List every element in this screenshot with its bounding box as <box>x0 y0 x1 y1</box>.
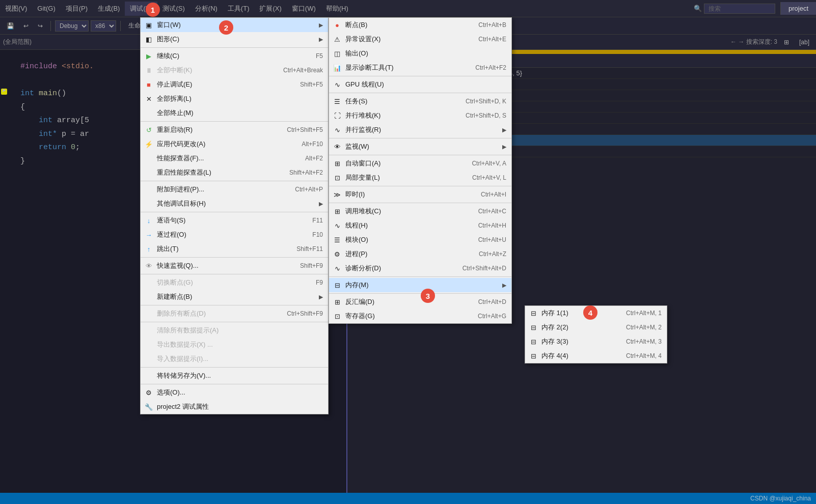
debug-menu: ▣ 窗口(W) ▶ ◧ 图形(C) ▶ ▶ 继续(C) F5 ⏸ 全部中断(K)… <box>140 17 329 414</box>
memory-3-icon: ⊟ <box>528 338 538 346</box>
immediate-icon: ≫ <box>332 191 342 199</box>
menu-item-debug-props[interactable]: 🔧 project2 调试属性 <box>141 400 328 414</box>
window-sub-process[interactable]: ⚙ 进程(P) Ctrl+Alt+Z <box>329 247 511 261</box>
window-sub-diag-analysis[interactable]: ∿ 诊断分析(D) Ctrl+Shift+Alt+D <box>329 261 511 275</box>
menu-item-step-out[interactable]: ↑ 跳出(T) Shift+F11 <box>141 242 328 256</box>
menu-item-break-all: ⏸ 全部中断(K) Ctrl+Alt+Break <box>141 63 328 77</box>
memory-sub-4[interactable]: ⊟ 内存 4(4) Ctrl+Alt+M, 4 <box>525 349 667 363</box>
separator-2 <box>141 121 328 122</box>
separator-6 <box>141 274 328 274</box>
window-sub-registers[interactable]: ⊡ 寄存器(G) Ctrl+Alt+G <box>329 309 511 323</box>
menu-item-stop[interactable]: ■ 停止调试(E) Shift+F5 <box>141 77 328 92</box>
separator-5 <box>141 257 328 258</box>
separator-7 <box>141 305 328 305</box>
registers-icon: ⊡ <box>332 313 342 320</box>
parallel-watch-icon: ∿ <box>332 126 342 134</box>
menu-item-restart[interactable]: ↺ 重新启动(R) Ctrl+Shift+F5 <box>141 123 328 137</box>
memory-4-icon: ⊟ <box>528 352 538 360</box>
separator-3 <box>141 181 328 181</box>
window-sub-gpu[interactable]: ∿ GPU 线程(U) <box>329 77 511 92</box>
win-sep-7 <box>329 276 511 277</box>
submenu-arrow-graphics: ▶ <box>319 36 323 43</box>
exception-icon: ⚠ <box>332 36 342 43</box>
menu-item-step-over[interactable]: → 逐过程(O) F10 <box>141 228 328 242</box>
menu-item-quick-watch[interactable]: 👁 快速监视(Q)... Shift+F9 <box>141 259 328 273</box>
window-sub-disasm[interactable]: ⊞ 反汇编(D) Ctrl+Alt+D <box>329 295 511 309</box>
other-arrow: ▶ <box>319 201 323 207</box>
menu-item-options[interactable]: ⚙ 选项(O)... <box>141 385 328 400</box>
window-sub-watch[interactable]: 👁 监视(W) ▶ <box>329 139 511 154</box>
menu-item-save-dump[interactable]: 将转储另存为(V)... <box>141 369 328 383</box>
parallel-stack-icon: ⛶ <box>332 112 342 120</box>
process-icon: ⚙ <box>332 250 342 258</box>
menu-item-export-tips: 导出数据提示(X) ... <box>141 338 328 352</box>
win-sep-6 <box>329 203 511 203</box>
menu-item-new-bp[interactable]: 新建断点(B) ▶ <box>141 290 328 304</box>
menu-item-terminate[interactable]: 全部终止(M) <box>141 106 328 120</box>
memory-sub-3[interactable]: ⊟ 内存 3(3) Ctrl+Alt+M, 3 <box>525 334 667 349</box>
tasks-icon: ☰ <box>332 98 342 105</box>
diag-icon: 📊 <box>332 64 342 72</box>
memory-sub-2[interactable]: ⊟ 内存 2(2) Ctrl+Alt+M, 2 <box>525 320 667 334</box>
window-sub-immediate[interactable]: ≫ 即时(I) Ctrl+Alt+I <box>329 187 511 202</box>
window-sub-parallel-watch[interactable]: ∿ 并行监视(R) ▶ <box>329 123 511 137</box>
separator-1 <box>141 47 328 48</box>
step-over-icon: → <box>144 231 154 239</box>
window-sub-callstack[interactable]: ⊞ 调用堆栈(C) Ctrl+Alt+C <box>329 204 511 218</box>
menu-item-delete-bp: 删除所有断点(D) Ctrl+Shift+F9 <box>141 306 328 321</box>
window-sub-diag[interactable]: 📊 显示诊断工具(T) Ctrl+Alt+F2 <box>329 61 511 75</box>
restart-icon: ↺ <box>144 126 154 134</box>
window-sub-output[interactable]: ◫ 输出(O) <box>329 46 511 61</box>
window-sub-breakpoints[interactable]: ● 断点(B) Ctrl+Alt+B <box>329 18 511 32</box>
menu-item-perf[interactable]: 性能探查器(F)... Alt+F2 <box>141 151 328 165</box>
win-sep-1 <box>329 76 511 76</box>
win-sep-3 <box>329 138 511 138</box>
separator-9 <box>141 367 328 368</box>
window-sub-threads[interactable]: ∿ 线程(H) Ctrl+Alt+H <box>329 218 511 233</box>
menu-item-graphics[interactable]: ◧ 图形(C) ▶ <box>141 32 328 46</box>
watch-icon: 👁 <box>332 143 342 151</box>
step-out-icon: ↑ <box>144 245 154 253</box>
window-sub-parallel-stack[interactable]: ⛶ 并行堆栈(K) Ctrl+Shift+D, S <box>329 108 511 123</box>
badge-2: 2 <box>219 20 233 35</box>
menu-item-continue[interactable]: ▶ 继续(C) F5 <box>141 49 328 63</box>
menu-item-other-targets[interactable]: 其他调试目标(H) ▶ <box>141 197 328 211</box>
window-sub-auto[interactable]: ⊞ 自动窗口(A) Ctrl+Alt+V, A <box>329 156 511 171</box>
step-into-icon: ↓ <box>144 217 154 225</box>
play-icon: ▶ <box>144 52 154 60</box>
win-sep-4 <box>329 155 511 155</box>
window-sub-memory[interactable]: ⊟ 内存(M) ▶ <box>329 278 511 292</box>
menu-item-apply-code[interactable]: ⚡ 应用代码更改(A) Alt+F10 <box>141 137 328 151</box>
parallel-watch-arrow: ▶ <box>502 127 506 133</box>
memory-1-icon: ⊟ <box>528 310 538 317</box>
stop-icon: ■ <box>144 81 154 89</box>
code-icon: ⚡ <box>144 141 154 148</box>
modules-icon: ☰ <box>332 236 342 244</box>
memory-icon: ⊟ <box>332 282 342 289</box>
submenu-arrow: ▶ <box>319 22 323 29</box>
window-sub-modules[interactable]: ☰ 模块(O) Ctrl+Alt+U <box>329 233 511 247</box>
memory-arrow: ▶ <box>502 282 506 289</box>
separator-8 <box>141 322 328 322</box>
gear-icon: ⚙ <box>144 389 154 397</box>
graphics-icon: ◧ <box>144 36 154 43</box>
memory-2-icon: ⊟ <box>528 324 538 331</box>
badge-1: 1 <box>146 3 160 17</box>
win-sep-8 <box>329 293 511 294</box>
new-bp-arrow: ▶ <box>319 294 323 300</box>
window-submenu: ● 断点(B) Ctrl+Alt+B ⚠ 异常设置(X) Ctrl+Alt+E … <box>329 17 512 324</box>
menu-item-restart-perf[interactable]: 重启性能探查器(L) Shift+Alt+F2 <box>141 165 328 180</box>
threads-icon: ∿ <box>332 222 342 230</box>
separator-4 <box>141 212 328 212</box>
menu-item-detach[interactable]: ✕ 全部拆离(L) <box>141 92 328 106</box>
output-icon: ◫ <box>332 50 342 58</box>
menu-item-step-into[interactable]: ↓ 逐语句(S) F11 <box>141 213 328 228</box>
window-sub-tasks[interactable]: ☰ 任务(S) Ctrl+Shift+D, K <box>329 94 511 108</box>
auto-icon: ⊞ <box>332 160 342 167</box>
diag-analysis-icon: ∿ <box>332 265 342 272</box>
window-sub-locals[interactable]: ⊡ 局部变量(L) Ctrl+Alt+V, L <box>329 171 511 185</box>
menu-item-window[interactable]: ▣ 窗口(W) ▶ <box>141 18 328 32</box>
menu-item-attach[interactable]: 附加到进程(P)... Ctrl+Alt+P <box>141 182 328 197</box>
callstack-icon: ⊞ <box>332 208 342 215</box>
window-sub-exception[interactable]: ⚠ 异常设置(X) Ctrl+Alt+E <box>329 32 511 46</box>
